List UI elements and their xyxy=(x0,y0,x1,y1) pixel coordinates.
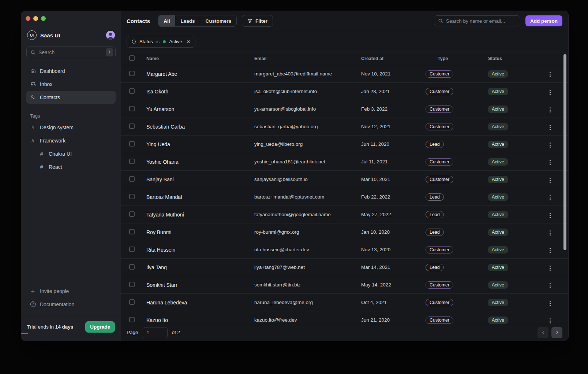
contact-name: Somkhit Starr xyxy=(141,282,248,288)
segmented-control: All Leads Customers xyxy=(158,15,237,27)
user-avatar[interactable] xyxy=(106,31,115,40)
row-menu-button[interactable] xyxy=(548,229,552,237)
row-menu-button[interactable] xyxy=(548,211,552,219)
tag-framework[interactable]: # Framework xyxy=(26,134,116,147)
search-shortcut-key: / xyxy=(106,48,113,56)
row-checkbox[interactable] xyxy=(129,194,135,199)
row-checkbox[interactable] xyxy=(129,71,135,76)
row-checkbox[interactable] xyxy=(129,317,135,322)
row-menu-button[interactable] xyxy=(548,282,552,290)
close-window-button[interactable] xyxy=(26,16,30,21)
sidebar-item-contacts[interactable]: Contacts xyxy=(26,91,116,104)
sidebar-search-input[interactable] xyxy=(38,49,103,55)
contact-name: Ilya Tang xyxy=(141,264,248,270)
row-checkbox[interactable] xyxy=(129,123,135,129)
window-controls xyxy=(21,11,121,21)
sidebar-footer-links: Invite people ? Documentation xyxy=(26,285,116,314)
tab-leads[interactable]: Leads xyxy=(175,15,200,26)
row-checkbox[interactable] xyxy=(129,88,135,94)
row-menu-button[interactable] xyxy=(548,317,552,324)
next-page-button[interactable] xyxy=(551,327,562,338)
row-menu-button[interactable] xyxy=(548,88,552,96)
contacts-search-input[interactable] xyxy=(446,18,516,24)
row-checkbox[interactable] xyxy=(129,141,135,147)
table-row[interactable]: Haruna Lebedeva haruna_lebedeva@me.org O… xyxy=(121,294,568,311)
row-menu-button[interactable] xyxy=(548,299,552,307)
table-row[interactable]: Yoshie Ohana yoshie_ohana181@earthlink.n… xyxy=(121,153,568,171)
table-row[interactable]: Somkhit Starr somkhit.starr@tin.biz May … xyxy=(121,276,568,294)
row-menu-button[interactable] xyxy=(548,176,552,184)
type-badge: Customer xyxy=(426,105,453,113)
row-menu-button[interactable] xyxy=(548,159,552,167)
table-row[interactable]: Kazuo Ito kazuo.ito@free.dev Jun 21, 202… xyxy=(121,311,568,324)
row-menu-button[interactable] xyxy=(548,264,552,272)
row-checkbox[interactable] xyxy=(129,229,135,234)
row-checkbox[interactable] xyxy=(129,176,135,182)
filter-button[interactable]: Filter xyxy=(242,15,273,27)
row-menu-button[interactable] xyxy=(548,141,552,149)
tab-all[interactable]: All xyxy=(158,15,175,26)
contact-created-at: Jan 10, 2020 xyxy=(355,229,421,235)
contacts-search[interactable] xyxy=(434,15,520,26)
row-checkbox[interactable] xyxy=(129,299,135,305)
row-checkbox[interactable] xyxy=(129,264,135,270)
type-badge: Customer xyxy=(426,158,453,166)
sidebar-search[interactable]: / xyxy=(26,47,116,58)
contact-name: Sanjay Sani xyxy=(141,177,248,182)
sidebar-item-inbox[interactable]: Inbox xyxy=(26,78,116,90)
column-header-type[interactable]: Type xyxy=(421,56,482,61)
row-checkbox[interactable] xyxy=(129,282,135,287)
upgrade-button[interactable]: Upgrade xyxy=(85,321,115,333)
column-header-email[interactable]: Email xyxy=(248,56,355,61)
table-row[interactable]: Margaret Abe margaret_abe400@rediffmail.… xyxy=(121,65,568,83)
row-checkbox[interactable] xyxy=(129,211,135,217)
column-header-status[interactable]: Status xyxy=(482,56,537,61)
tag-design-system[interactable]: # Design system xyxy=(26,121,116,134)
select-all-checkbox[interactable] xyxy=(129,55,135,61)
row-menu-button[interactable] xyxy=(548,247,552,255)
sidebar-item-dashboard[interactable]: Dashboard xyxy=(26,64,116,77)
row-menu-button[interactable] xyxy=(548,194,552,202)
status-badge: Active xyxy=(488,193,508,201)
table-scrollbar-thumb[interactable] xyxy=(563,54,566,250)
documentation-link[interactable]: ? Documentation xyxy=(26,298,116,311)
contact-name: Roy Bunmi xyxy=(141,229,248,235)
invite-people-label: Invite people xyxy=(40,288,69,294)
zoom-window-button[interactable] xyxy=(41,16,46,21)
contact-email: sebastian_garba@yahoo.org xyxy=(248,124,355,129)
column-header-created[interactable]: Created at xyxy=(355,56,421,61)
row-menu-button[interactable] xyxy=(548,71,552,79)
tab-customers[interactable]: Customers xyxy=(200,15,236,26)
filter-operator[interactable]: is xyxy=(156,39,160,44)
table-row[interactable]: Yu Arnarson yu-arnarson@sbcglobal.info F… xyxy=(121,100,568,118)
table-row[interactable]: Ying Ueda ying_ueda@libero.org Jun 11, 2… xyxy=(121,136,568,153)
table-row[interactable]: Tatyana Muthoni tatyanamuthoni@googlemai… xyxy=(121,206,568,223)
row-menu-button[interactable] xyxy=(548,106,552,114)
hash-icon: # xyxy=(30,137,36,144)
filter-chip-status[interactable]: Status is Active xyxy=(127,36,195,48)
row-checkbox[interactable] xyxy=(129,159,135,164)
trial-banner: Trial ends in 14 days Upgrade xyxy=(21,316,121,341)
table-row[interactable]: Bartosz Mandal bartosz+mandal@optusnet.c… xyxy=(121,188,568,206)
row-checkbox[interactable] xyxy=(129,247,135,252)
tag-chakra-ui[interactable]: # Chakra UI xyxy=(26,147,116,160)
remove-filter-button[interactable] xyxy=(186,40,191,44)
tag-react[interactable]: # React xyxy=(26,160,116,173)
row-checkbox[interactable] xyxy=(129,106,135,111)
row-menu-button[interactable] xyxy=(548,123,552,132)
filter-value[interactable]: Active xyxy=(169,39,182,44)
filter-field[interactable]: Status xyxy=(139,39,153,44)
minimize-window-button[interactable] xyxy=(33,16,38,21)
table-row[interactable]: Roy Bunmi roy-bunmi@gmx.org Jan 10, 2020… xyxy=(121,223,568,241)
previous-page-button[interactable] xyxy=(538,327,548,338)
column-header-name[interactable]: Name xyxy=(141,56,248,61)
table-row[interactable]: Rita Hussein rita.hussein@charter.dev No… xyxy=(121,241,568,259)
table-row[interactable]: Sebastian Garba sebastian_garba@yahoo.or… xyxy=(121,118,568,136)
table-row[interactable]: Isa Okoth isa_okoth@club-internet.info J… xyxy=(121,83,568,100)
table-row[interactable]: Sanjay Sani sanjaysani@bellsouth.io Mar … xyxy=(121,171,568,188)
invite-people-button[interactable]: Invite people xyxy=(26,285,116,297)
avatar-image xyxy=(106,31,115,40)
table-row[interactable]: Ilya Tang ilya+tang787@web.net Mar 14, 2… xyxy=(121,259,568,276)
add-person-button[interactable]: Add person xyxy=(525,15,562,26)
page-number-input[interactable] xyxy=(143,327,168,338)
